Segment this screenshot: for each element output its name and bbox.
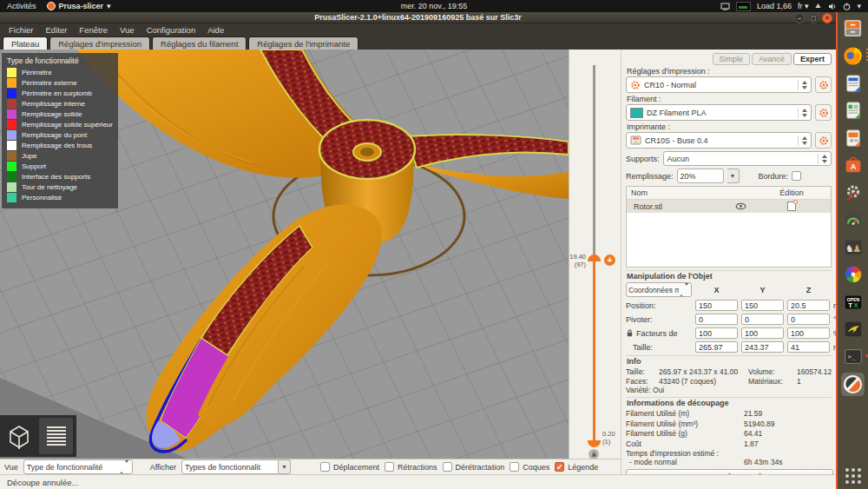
- dock-icon-terminal[interactable]: >_: [841, 345, 865, 368]
- window-title-bar[interactable]: PrusaSlicer-2.1.0+linux64-201909160925 b…: [0, 12, 836, 23]
- rotate-x-field[interactable]: [695, 314, 738, 325]
- filament-select[interactable]: DZ Filament PLA: [626, 104, 812, 121]
- tab-reglages-filament[interactable]: Réglages du filament: [152, 36, 247, 50]
- feature-type-legend: Type de fonctionnalité Périmètre Périmèt…: [2, 53, 118, 208]
- eye-icon[interactable]: [735, 202, 746, 210]
- brim-checkbox[interactable]: [792, 171, 801, 181]
- menu-vue[interactable]: Vue: [120, 25, 135, 35]
- cpu-load-graph[interactable]: [736, 2, 751, 11]
- print-settings-select[interactable]: CR10 - Normal: [626, 76, 812, 93]
- system-menu-chevron[interactable]: ▾: [857, 2, 861, 10]
- dock-icon-libreoffice-calc[interactable]: [841, 99, 865, 122]
- cube-icon: [5, 422, 33, 450]
- position-y-field[interactable]: [741, 300, 784, 311]
- 3d-view-button[interactable]: [2, 418, 36, 454]
- infill-select[interactable]: 20%: [677, 169, 724, 183]
- gear-icon: [630, 80, 641, 90]
- printer-gear-button[interactable]: [815, 132, 832, 149]
- infill-dropdown-arrow[interactable]: ▼: [727, 169, 740, 183]
- printer-select[interactable]: CR10S - Buse 0.4: [626, 132, 812, 149]
- scale-label: Facteurs de: [636, 329, 678, 338]
- size-y-field[interactable]: [741, 341, 784, 353]
- size-z-field[interactable]: [787, 341, 830, 353]
- app-menu-button[interactable]: Prusa-slicer ▾: [47, 2, 111, 10]
- dock-app-grid-button[interactable]: [845, 468, 861, 484]
- legend-color-swatch: [7, 68, 16, 77]
- travel-checkbox[interactable]: [320, 462, 330, 472]
- menu-configuration[interactable]: Configuration: [147, 25, 196, 35]
- spinner-arrows-icon: [798, 108, 807, 118]
- tab-plateau[interactable]: Plateau: [3, 36, 48, 50]
- dock-icon-files[interactable]: [841, 17, 865, 40]
- position-x-field[interactable]: [695, 300, 738, 311]
- view-select[interactable]: Type de fonctionnalité: [23, 459, 133, 474]
- dock-icon-settings-tools[interactable]: [841, 181, 865, 204]
- edit-object-icon[interactable]: [787, 202, 796, 211]
- filament-label: Filament :: [627, 95, 832, 103]
- scale-z-field[interactable]: [787, 327, 830, 339]
- size-x-field[interactable]: [695, 341, 738, 353]
- chess-icon: ♞ ♟: [843, 237, 864, 258]
- spinner-arrows-icon: [818, 154, 827, 164]
- close-button[interactable]: ✕: [822, 13, 832, 23]
- mode-expert-button[interactable]: Expert: [793, 53, 832, 65]
- coordinates-select[interactable]: Coordonnées mondiales: [626, 282, 692, 297]
- dock-icon-chess[interactable]: ♞ ♟: [841, 235, 865, 259]
- dock-icon-libreoffice-impress[interactable]: [841, 126, 865, 149]
- shells-checkbox[interactable]: [510, 462, 519, 472]
- legend-checkbox-row: ✔ Légende: [555, 462, 598, 472]
- show-dropdown-arrow[interactable]: ▼: [279, 459, 291, 474]
- scale-x-field[interactable]: [695, 327, 738, 339]
- menu-aide[interactable]: Aide: [207, 25, 224, 35]
- unretractions-checkbox[interactable]: [443, 462, 452, 472]
- print-settings-gear-button[interactable]: [815, 76, 832, 93]
- menu-editer[interactable]: Editer: [46, 25, 68, 35]
- dock-icon-libreoffice-writer[interactable]: [841, 71, 865, 95]
- keyboard-layout-indicator[interactable]: fr ▾: [798, 2, 809, 10]
- gear-wrench-icon: [843, 182, 864, 203]
- dock-icon-prusa-slicer[interactable]: [841, 373, 865, 396]
- dock-icon-eagle[interactable]: [841, 318, 865, 341]
- rotate-label: Pivoter:: [626, 315, 692, 324]
- mode-avance-button[interactable]: Avancé: [752, 53, 792, 65]
- layers-preview-button[interactable]: [39, 418, 73, 454]
- mode-simple-button[interactable]: Simple: [713, 53, 751, 65]
- prusaslicer-icon: [842, 373, 864, 395]
- legend-item: Interface des supports: [7, 172, 113, 182]
- retractions-checkbox-row: Rétractions: [385, 462, 437, 472]
- gauge-icon: [843, 209, 864, 230]
- rotate-y-field[interactable]: [741, 314, 784, 325]
- layer-slider-upper-handle[interactable]: [588, 254, 601, 261]
- scale-y-field[interactable]: [741, 327, 784, 339]
- retractions-checkbox[interactable]: [385, 462, 394, 472]
- dock-icon-system-monitor[interactable]: [841, 208, 865, 232]
- scale-lock-icon[interactable]: [626, 328, 634, 338]
- menu-fenetre[interactable]: Fenêtre: [79, 25, 108, 35]
- dock-icon-firefox[interactable]: [841, 44, 865, 68]
- minimize-button[interactable]: –: [794, 13, 805, 23]
- print-time-mode: - mode normal: [626, 458, 740, 466]
- opentx-icon: OPEN T X: [843, 292, 864, 313]
- layer-slider-lower-handle[interactable]: [588, 440, 601, 447]
- filament-gear-button[interactable]: [815, 104, 832, 121]
- 3d-viewport[interactable]: Type de fonctionnalité Périmètre Périmèt…: [0, 50, 569, 459]
- supports-select[interactable]: Aucun: [663, 151, 832, 166]
- legend-item: Remplissage du pont: [7, 130, 113, 140]
- writer-icon: [843, 73, 864, 94]
- show-select[interactable]: Types de fonctionnalit: [181, 459, 279, 474]
- position-z-field[interactable]: [787, 300, 830, 311]
- rotate-z-field[interactable]: [787, 314, 830, 325]
- layer-slider-track-upper[interactable]: [593, 65, 595, 261]
- menu-fichier[interactable]: Fichier: [9, 25, 34, 35]
- object-row-rotor[interactable]: Rotor.stl: [627, 200, 831, 213]
- layer-slider-track-lower[interactable]: [593, 261, 595, 446]
- tab-reglages-impression[interactable]: Réglages d'impression: [49, 36, 150, 50]
- dock-icon-ubuntu-software[interactable]: A: [841, 154, 865, 177]
- dock-icon-opentx[interactable]: OPEN T X: [841, 290, 865, 314]
- activities-button[interactable]: Activités: [7, 2, 36, 10]
- tab-reglages-imprimante[interactable]: Réglages de l'imprimante: [248, 36, 358, 50]
- legend-checkbox[interactable]: ✔: [555, 462, 564, 472]
- maximize-button[interactable]: ▢: [808, 13, 819, 23]
- dock-icon-color-wheel[interactable]: [841, 263, 865, 287]
- add-color-change-button[interactable]: +: [604, 254, 615, 266]
